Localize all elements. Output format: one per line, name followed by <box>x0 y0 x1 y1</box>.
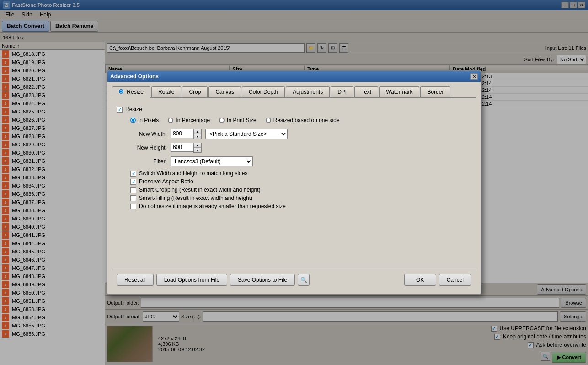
tab-watermark-label: Watermark <box>386 89 412 95</box>
filter-label: Filter: <box>130 158 167 165</box>
standard-size-select[interactable]: <Pick a Standard Size> <box>205 129 288 139</box>
dialog-title-bar: Advanced Options ✕ <box>107 71 481 82</box>
smart-crop-label: Smart-Cropping (Result in exact width an… <box>139 187 260 193</box>
smart-fill-row: Smart-Filling (Result in exact width and… <box>117 195 471 201</box>
height-up-btn[interactable]: ▲ <box>194 143 201 148</box>
resize-mode-row: In Pixels In Percentage In Print Size Re… <box>117 117 471 123</box>
height-row: New Height: ▲ ▼ <box>117 143 471 153</box>
switch-wh-checkbox[interactable] <box>130 171 136 177</box>
tab-resize-label: Resize <box>127 89 144 95</box>
radio-print-btn[interactable] <box>219 118 225 123</box>
dialog-tabs: Resize Rotate Crop Canvas Color Depth Ad… <box>112 86 476 98</box>
filter-select[interactable]: Lanczos3 (Default) Bilinear Bicubic Box <box>171 156 253 166</box>
radio-one-side-label: Resized based on one side <box>273 117 340 123</box>
tab-border[interactable]: Border <box>420 86 450 97</box>
resize-checkbox[interactable] <box>117 107 123 113</box>
tab-adjustments-label: Adjustments <box>293 89 323 95</box>
tab-canvas[interactable]: Canvas <box>208 86 241 97</box>
icon-search-btn[interactable]: 🔍 <box>298 274 310 286</box>
radio-print[interactable]: In Print Size <box>219 117 257 123</box>
advanced-options-dialog: Advanced Options ✕ Resize Rotate Crop Ca… <box>107 70 481 295</box>
tab-resize-radio <box>119 89 123 94</box>
width-input[interactable] <box>171 129 193 138</box>
smart-fill-checkbox[interactable] <box>130 195 136 201</box>
tab-crop[interactable]: Crop <box>182 86 208 97</box>
height-down-btn[interactable]: ▼ <box>194 148 201 152</box>
reset-all-btn[interactable]: Reset all <box>117 274 154 286</box>
radio-pixels-label: In Pixels <box>138 117 159 123</box>
no-upsize-row: Do not resize if image is already smalle… <box>117 203 471 209</box>
ok-btn[interactable]: OK <box>404 274 436 286</box>
tab-text[interactable]: Text <box>354 86 378 97</box>
radio-percentage-label: In Percentage <box>176 117 210 123</box>
dialog-content: Resize Rotate Crop Canvas Color Depth Ad… <box>107 82 481 294</box>
tab-crop-label: Crop <box>189 89 201 95</box>
left-button-group: Reset all Load Options from File Save Op… <box>117 274 310 286</box>
radio-percentage-btn[interactable] <box>168 118 173 123</box>
cancel-btn[interactable]: Cancel <box>439 274 471 286</box>
tab-border-label: Border <box>427 89 444 95</box>
dialog-buttons: Reset all Load Options from File Save Op… <box>112 270 476 290</box>
load-options-dialog-btn[interactable]: Load Options from File <box>156 274 227 286</box>
radio-one-side-btn[interactable] <box>266 118 271 123</box>
no-upsize-checkbox[interactable] <box>130 204 136 209</box>
smart-crop-row: Smart-Cropping (Result in exact width an… <box>117 187 471 193</box>
dialog-title: Advanced Options <box>110 73 159 80</box>
tab-color-depth[interactable]: Color Depth <box>242 86 285 97</box>
width-down-btn[interactable]: ▼ <box>194 134 201 139</box>
resize-label: Resize <box>125 106 142 113</box>
tab-dpi[interactable]: DPI <box>331 86 353 97</box>
no-upsize-label: Do not resize if image is already smalle… <box>139 203 286 209</box>
radio-print-label: In Print Size <box>227 117 257 123</box>
smart-fill-label: Smart-Filling (Result in exact width and… <box>139 195 252 201</box>
width-label: New Width: <box>130 131 167 137</box>
right-button-group: OK Cancel <box>404 274 471 286</box>
tab-text-label: Text <box>361 89 371 95</box>
tab-rotate-label: Rotate <box>158 89 174 95</box>
radio-one-side[interactable]: Resized based on one side <box>266 117 340 123</box>
preserve-aspect-row: Preserve Aspect Ratio <box>117 178 471 185</box>
height-spinner: ▲ ▼ <box>171 143 202 153</box>
tab-watermark[interactable]: Watermark <box>379 86 419 97</box>
preserve-aspect-label: Preserve Aspect Ratio <box>139 178 193 185</box>
filter-row: Filter: Lanczos3 (Default) Bilinear Bicu… <box>117 156 471 166</box>
dialog-overlay: Advanced Options ✕ Resize Rotate Crop Ca… <box>0 0 588 365</box>
width-up-btn[interactable]: ▲ <box>194 129 201 134</box>
tab-adjustments[interactable]: Adjustments <box>286 86 330 97</box>
width-row: New Width: ▲ ▼ <Pick a Standard Size> <box>117 129 471 139</box>
resize-enable-row: Resize <box>117 106 471 113</box>
tab-rotate[interactable]: Rotate <box>151 86 181 97</box>
height-label: New Height: <box>130 145 167 151</box>
tab-canvas-label: Canvas <box>215 89 234 95</box>
tab-color-depth-label: Color Depth <box>249 89 278 95</box>
radio-percentage[interactable]: In Percentage <box>168 117 210 123</box>
preserve-aspect-checkbox[interactable] <box>130 179 136 185</box>
radio-pixels-btn[interactable] <box>130 118 136 123</box>
switch-wh-row: Switch Width and Height to match long si… <box>117 170 471 177</box>
height-input[interactable] <box>171 143 193 152</box>
tab-dpi-label: DPI <box>337 89 347 95</box>
width-spinner: ▲ ▼ <box>171 129 202 139</box>
save-options-dialog-btn[interactable]: Save Options to File <box>230 274 295 286</box>
tab-resize[interactable]: Resize <box>112 86 150 98</box>
switch-wh-label: Switch Width and Height to match long si… <box>139 170 247 177</box>
smart-crop-checkbox[interactable] <box>130 187 136 193</box>
dialog-close-btn[interactable]: ✕ <box>470 73 478 80</box>
resize-tab-panel: Resize In Pixels In Percentage In Print … <box>112 102 476 266</box>
radio-pixels[interactable]: In Pixels <box>130 117 159 123</box>
